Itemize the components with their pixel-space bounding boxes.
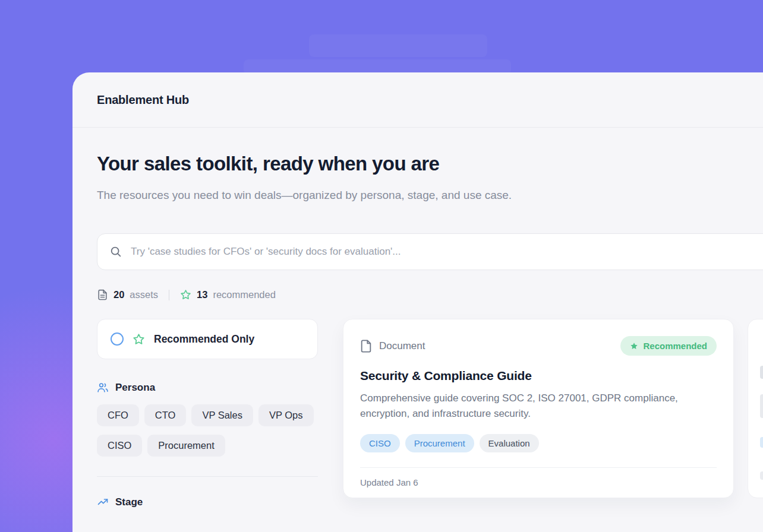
background-ghost-shape xyxy=(309,34,487,57)
persona-filter-section: Persona CFOCTOVP SalesVP OpsCISOProcurem… xyxy=(97,382,318,457)
assets-count: 20 xyxy=(113,289,124,300)
search-bar[interactable] xyxy=(97,233,763,270)
stats-row: 20 assets 13 recommended xyxy=(97,289,763,300)
document-icon xyxy=(97,289,108,300)
recommended-badge: Recommended xyxy=(620,336,717,356)
assets-count-stat: 20 assets xyxy=(97,289,158,300)
star-icon xyxy=(133,333,145,346)
asset-updated-date: Updated Jan 6 xyxy=(360,467,717,487)
persona-chip[interactable]: VP Sales xyxy=(191,404,253,426)
page-subtitle: The resources you need to win deals—orga… xyxy=(97,185,590,206)
recommended-only-label: Recommended Only xyxy=(154,333,254,346)
filter-divider xyxy=(97,476,318,477)
partial-card-fragment xyxy=(760,394,763,418)
asset-tag: Procurement xyxy=(405,434,474,452)
asset-card-grid: Document Recommended Security & Complian… xyxy=(343,319,763,508)
persona-chip[interactable]: CTO xyxy=(144,404,187,426)
stage-filter-section: Stage xyxy=(97,496,318,508)
asset-card-partial[interactable] xyxy=(748,319,763,498)
app-title: Enablement Hub xyxy=(97,93,189,107)
persona-chip[interactable]: CISO xyxy=(97,435,142,457)
stage-section-label: Stage xyxy=(115,496,143,508)
asset-title: Security & Compliance Guide xyxy=(360,369,717,383)
asset-type: Document xyxy=(360,340,425,353)
partial-card-fragment xyxy=(760,437,763,448)
panel-header: Enablement Hub xyxy=(72,72,763,128)
main-panel: Enablement Hub Your sales toolkit, ready… xyxy=(72,72,763,532)
asset-tag: CISO xyxy=(360,434,400,452)
stats-divider xyxy=(169,290,169,300)
assets-label: assets xyxy=(130,289,158,300)
persona-section-label: Persona xyxy=(115,382,155,394)
asset-type-label: Document xyxy=(379,340,425,352)
trending-up-icon xyxy=(97,496,109,508)
persona-chip[interactable]: VP Ops xyxy=(258,404,314,426)
asset-tag: Evaluation xyxy=(480,434,539,452)
recommended-badge-label: Recommended xyxy=(643,341,707,351)
asset-card-security-compliance-guide[interactable]: Document Recommended Security & Complian… xyxy=(343,319,734,498)
radio-unchecked-icon[interactable] xyxy=(111,332,124,346)
recommended-only-toggle[interactable]: Recommended Only xyxy=(97,319,318,359)
star-icon xyxy=(180,289,191,300)
persona-chip[interactable]: Procurement xyxy=(147,435,225,457)
file-icon xyxy=(360,340,372,353)
search-input[interactable] xyxy=(131,246,763,258)
persona-chip-list: CFOCTOVP SalesVP OpsCISOProcurement xyxy=(97,404,318,457)
page-title: Your sales toolkit, ready when you are xyxy=(97,153,763,175)
persona-section-header: Persona xyxy=(97,382,318,394)
filter-sidebar: Recommended Only Persona CFOCTOVP SalesV… xyxy=(97,319,318,508)
stage-section-header: Stage xyxy=(97,496,318,508)
users-icon xyxy=(97,382,109,394)
asset-description: Comprehensive guide covering SOC 2, ISO … xyxy=(360,391,711,422)
recommended-count: 13 xyxy=(197,289,207,300)
star-filled-icon xyxy=(630,342,638,350)
asset-tag-list: CISOProcurementEvaluation xyxy=(360,434,717,452)
recommended-label: recommended xyxy=(213,289,275,300)
partial-card-fragment xyxy=(760,366,763,379)
search-icon xyxy=(109,245,122,258)
recommended-count-stat: 13 recommended xyxy=(180,289,276,300)
persona-chip[interactable]: CFO xyxy=(97,404,139,426)
partial-card-fragment xyxy=(760,471,763,480)
